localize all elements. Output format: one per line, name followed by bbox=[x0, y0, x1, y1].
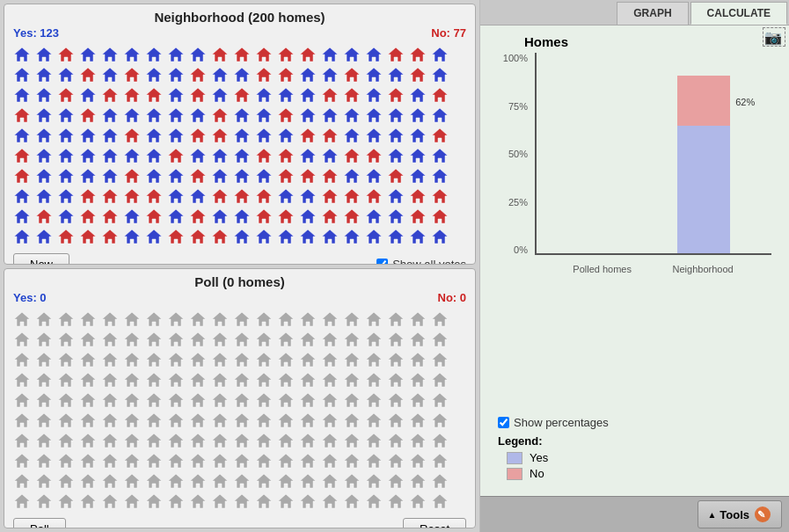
home-icon bbox=[55, 146, 77, 165]
home-icon bbox=[407, 431, 428, 450]
home-icon bbox=[121, 411, 142, 430]
svg-marker-210 bbox=[234, 312, 250, 326]
home-icon bbox=[99, 492, 121, 511]
svg-marker-162 bbox=[58, 209, 74, 223]
svg-marker-111 bbox=[256, 149, 272, 163]
svg-marker-55 bbox=[344, 88, 360, 102]
svg-marker-225 bbox=[124, 332, 140, 346]
home-icon bbox=[187, 207, 208, 226]
svg-marker-328 bbox=[190, 434, 206, 448]
svg-marker-188 bbox=[190, 230, 206, 244]
home-icon bbox=[363, 471, 384, 491]
svg-marker-254 bbox=[322, 353, 338, 367]
svg-marker-59 bbox=[432, 88, 448, 102]
svg-marker-143 bbox=[80, 189, 96, 203]
camera-icon[interactable]: 📷 bbox=[764, 29, 782, 46]
show-votes-checkbox[interactable] bbox=[376, 259, 388, 265]
tab-graph[interactable]: GRAPH bbox=[617, 2, 688, 25]
tab-calculate[interactable]: CALCULATE bbox=[690, 2, 787, 25]
home-icon bbox=[121, 350, 142, 369]
home-icon bbox=[99, 227, 121, 246]
svg-marker-275 bbox=[344, 373, 360, 387]
home-icon bbox=[33, 492, 55, 511]
y-label-0: 0% bbox=[514, 244, 528, 255]
svg-marker-268 bbox=[190, 373, 206, 387]
home-icon bbox=[33, 227, 55, 246]
home-icon bbox=[33, 431, 55, 450]
home-icon bbox=[429, 45, 450, 64]
home-icon bbox=[11, 310, 33, 329]
poll-section: Poll (0 homes) Yes: 0 No: 0 bbox=[4, 268, 476, 529]
svg-marker-177 bbox=[388, 209, 404, 223]
new-button[interactable]: New bbox=[13, 253, 69, 265]
svg-marker-371 bbox=[256, 474, 272, 488]
home-icon bbox=[319, 370, 340, 390]
home-icon bbox=[143, 492, 164, 511]
home-icon bbox=[121, 85, 142, 105]
svg-marker-136 bbox=[366, 169, 382, 183]
svg-marker-343 bbox=[80, 454, 96, 468]
svg-marker-367 bbox=[168, 474, 184, 488]
svg-marker-145 bbox=[124, 189, 140, 203]
svg-marker-27 bbox=[168, 68, 184, 82]
home-icon bbox=[77, 45, 99, 64]
home-icon bbox=[99, 126, 121, 145]
svg-marker-256 bbox=[366, 353, 382, 367]
home-icon bbox=[429, 126, 450, 145]
svg-marker-142 bbox=[58, 189, 74, 203]
svg-marker-121 bbox=[36, 169, 52, 183]
home-icon bbox=[319, 85, 340, 105]
x-label-polled: Polled homes bbox=[573, 264, 632, 274]
home-icon bbox=[231, 45, 252, 64]
home-icon bbox=[121, 166, 142, 186]
svg-marker-123 bbox=[80, 169, 96, 183]
svg-marker-382 bbox=[58, 494, 74, 508]
home-icon bbox=[165, 227, 186, 246]
svg-marker-374 bbox=[322, 474, 338, 488]
right-panel: GRAPH CALCULATE 📷 Homes 100% 75% 50% 25%… bbox=[479, 0, 789, 532]
svg-marker-6 bbox=[146, 47, 162, 62]
home-icon bbox=[231, 350, 252, 369]
svg-marker-20 bbox=[14, 68, 30, 82]
home-icon bbox=[55, 126, 77, 145]
home-icon bbox=[297, 126, 318, 145]
home-icon bbox=[165, 310, 186, 329]
home-icon bbox=[429, 350, 450, 369]
home-icon bbox=[165, 370, 186, 390]
svg-marker-388 bbox=[190, 494, 206, 508]
svg-marker-94 bbox=[322, 128, 338, 142]
show-percentages-checkbox[interactable] bbox=[498, 417, 509, 428]
home-icon bbox=[231, 207, 252, 226]
svg-marker-152 bbox=[278, 189, 294, 203]
home-icon bbox=[275, 166, 296, 186]
svg-marker-368 bbox=[190, 474, 206, 488]
home-icon bbox=[165, 146, 186, 165]
home-icon bbox=[429, 310, 450, 329]
svg-marker-24 bbox=[102, 68, 118, 82]
svg-marker-19 bbox=[432, 47, 448, 62]
svg-marker-393 bbox=[300, 494, 316, 508]
svg-marker-187 bbox=[168, 230, 184, 244]
svg-marker-50 bbox=[234, 88, 250, 102]
home-icon bbox=[363, 431, 384, 450]
svg-marker-18 bbox=[410, 47, 426, 62]
home-icon bbox=[363, 451, 384, 470]
svg-marker-97 bbox=[388, 128, 404, 142]
home-icon bbox=[319, 207, 340, 226]
home-icon bbox=[429, 492, 450, 511]
show-votes-label[interactable]: Show all votes bbox=[376, 258, 466, 265]
home-icon bbox=[319, 166, 340, 186]
home-icon bbox=[121, 227, 142, 246]
svg-marker-73 bbox=[300, 108, 316, 122]
home-icon bbox=[11, 146, 33, 165]
reset-button[interactable]: Reset bbox=[403, 518, 466, 529]
home-icon bbox=[275, 390, 296, 410]
tools-button[interactable]: ▲ Tools ✎ bbox=[698, 500, 782, 528]
poll-button[interactable]: Poll bbox=[13, 518, 66, 529]
show-percentages-label[interactable]: Show percentages bbox=[498, 416, 771, 429]
svg-marker-301 bbox=[36, 413, 52, 427]
home-icon bbox=[33, 330, 55, 349]
svg-marker-11 bbox=[256, 47, 272, 62]
bar-neighborhood-stack: 62% bbox=[677, 76, 730, 253]
y-label-25: 25% bbox=[508, 197, 528, 208]
